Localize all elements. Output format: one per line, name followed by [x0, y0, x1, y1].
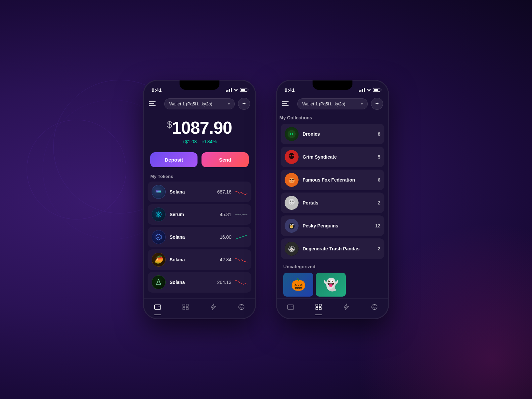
menu-button-left[interactable]	[149, 98, 161, 110]
nav-browser-left[interactable]	[232, 302, 250, 312]
send-button[interactable]: Send	[201, 152, 249, 167]
notch-left	[180, 80, 219, 90]
add-button-right[interactable]: +	[371, 98, 383, 110]
token-icon-arweave	[152, 275, 166, 289]
svg-rect-52	[316, 308, 318, 310]
token-amount-raydium: 16.00	[220, 234, 231, 240]
token-item-mango[interactable]: 🥭 Solana 42.84	[148, 249, 251, 270]
collections-title: My Collections	[277, 112, 388, 124]
svg-point-35	[290, 225, 291, 225]
nft-thumb-pumpkin[interactable]: 🎃	[283, 273, 313, 297]
bg-decoration-circle-1	[27, 120, 126, 219]
token-icon-serum	[152, 207, 166, 221]
nav-wallet-right[interactable]	[282, 302, 300, 312]
svg-point-19	[290, 155, 291, 157]
uncategorized-grid: 🎃 👻	[281, 273, 384, 297]
signal-bars-left	[226, 88, 232, 92]
collections-list: Dronies 8 Grim Syndicate	[277, 124, 388, 298]
token-item-arweave[interactable]: Solana 264.13	[148, 272, 251, 293]
balance-change: +$1.03 +0.84%	[150, 139, 249, 144]
wifi-icon-right	[366, 88, 371, 92]
menu-button-right[interactable]	[282, 98, 294, 110]
wallet-nav-icon-left	[154, 303, 161, 311]
deposit-button[interactable]: Deposit	[150, 152, 198, 167]
grid-nav-icon-right	[315, 303, 322, 311]
collection-count-portals: 2	[378, 200, 380, 205]
collection-count-grim: 5	[378, 154, 380, 160]
signal-bar-r3	[362, 89, 363, 92]
bottom-nav-right	[277, 298, 388, 319]
svg-point-2	[158, 214, 159, 215]
wallet-name-right: Wallet 1 (Pq5H...ky2o)	[302, 101, 345, 106]
svg-point-29	[292, 200, 294, 202]
svg-point-25	[291, 180, 293, 182]
collection-count-dronies: 8	[378, 131, 380, 137]
status-icons-left	[226, 88, 247, 92]
svg-point-36	[293, 225, 294, 225]
arweave-logo	[155, 278, 163, 286]
token-item-solana-1[interactable]: Solana 687.16	[148, 182, 251, 202]
wifi-icon-left	[233, 88, 238, 92]
token-item-raydium[interactable]: R Solana 16.00	[148, 227, 251, 247]
svg-point-8	[159, 307, 159, 307]
battery-left	[240, 88, 247, 92]
ghost-emoji: 👻	[324, 278, 338, 292]
token-name-solana-1: Solana	[170, 189, 213, 195]
balance-change-amount: +$1.03	[182, 139, 197, 144]
plus-icon-left: +	[242, 100, 246, 107]
collection-name-pandas: Degenerate Trash Pandas	[303, 246, 374, 251]
token-chart-solana-1	[235, 189, 247, 195]
token-amount-solana-1: 687.16	[217, 189, 231, 195]
token-name-mango: Solana	[170, 257, 216, 262]
collection-item-portals[interactable]: Portals 2	[281, 193, 384, 213]
nav-nfts-right[interactable]	[310, 302, 328, 312]
token-item-serum[interactable]: Serum 45.31	[148, 204, 251, 225]
menu-line-1	[149, 101, 156, 102]
svg-point-49	[292, 307, 292, 307]
collection-item-dronies[interactable]: Dronies 8	[281, 124, 384, 144]
uncategorized-title: Uncategorized	[281, 261, 384, 273]
svg-rect-53	[319, 308, 321, 310]
pesky-penguins-logo	[285, 219, 299, 233]
balance-amount: $1087.90	[150, 118, 249, 138]
mango-emoji: 🥭	[154, 255, 163, 264]
token-name-arweave: Solana	[170, 280, 213, 285]
svg-text:R: R	[157, 236, 159, 239]
signal-bar-r1	[359, 90, 360, 92]
collection-item-grim-syndicate[interactable]: Grim Syndicate 5	[281, 147, 384, 167]
globe-nav-icon-right	[371, 303, 378, 311]
nav-wallet-left[interactable]	[149, 302, 167, 312]
token-amount-arweave: 264.13	[217, 280, 231, 285]
signal-bar-3	[229, 89, 230, 92]
wallet-selector-right[interactable]: Wallet 1 (Pq5H...ky2o) ▾	[297, 98, 368, 109]
wallet-selector-left[interactable]: Wallet 1 (Pq5H...ky2o) ▾	[164, 98, 235, 109]
collection-item-trash-pandas[interactable]: Degenerate Trash Pandas 2	[281, 238, 384, 259]
status-time-right: 9:41	[285, 87, 295, 93]
collection-item-pesky-penguins[interactable]: Pesky Penguins 12	[281, 215, 384, 236]
balance-value: 1087.90	[172, 118, 232, 137]
token-amount-serum: 45.31	[220, 212, 231, 217]
nav-browser-right[interactable]	[365, 302, 383, 312]
portals-logo	[285, 196, 299, 210]
add-button-left[interactable]: +	[238, 98, 250, 110]
nav-activity-right[interactable]	[337, 302, 355, 312]
battery-fill-right	[374, 89, 378, 91]
collection-item-famous-fox[interactable]: Famous Fox Federation 6	[281, 170, 384, 190]
nav-nfts-left[interactable]	[177, 302, 195, 312]
trash-pandas-logo	[285, 242, 299, 256]
collection-name-dronies: Dronies	[303, 131, 374, 137]
nft-thumb-ghost[interactable]: 👻	[316, 273, 346, 297]
status-time-left: 9:41	[152, 87, 162, 93]
battery-fill-left	[241, 89, 245, 91]
nav-activity-left[interactable]	[204, 302, 222, 312]
collection-name-portals: Portals	[303, 200, 374, 205]
signal-bar-r4	[364, 88, 365, 92]
status-icons-right	[359, 88, 380, 92]
chevron-down-icon-right: ▾	[361, 102, 363, 106]
svg-rect-10	[186, 304, 188, 306]
svg-rect-11	[183, 308, 185, 310]
plus-icon-right: +	[375, 100, 379, 107]
token-chart-mango	[235, 256, 247, 263]
svg-point-23	[290, 179, 291, 180]
token-name-raydium: Solana	[170, 234, 216, 240]
